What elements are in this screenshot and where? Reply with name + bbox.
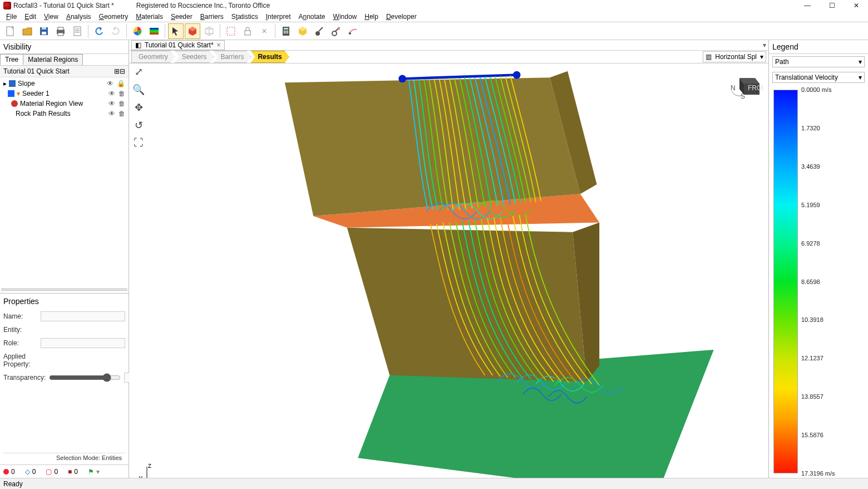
crumb-barriers[interactable]: Barriers xyxy=(213,51,251,63)
split-view-dropdown[interactable]: ▥ Horizontal Spl ▾ xyxy=(703,51,766,62)
tree-label: Slope xyxy=(18,80,35,87)
undo-button[interactable] xyxy=(91,23,107,39)
eye-icon[interactable]: 👁 xyxy=(108,90,115,97)
zoom-icon[interactable]: 🔍 xyxy=(132,84,145,96)
colormap-button[interactable] xyxy=(146,23,162,39)
delete-icon[interactable]: 🗑 xyxy=(119,90,125,97)
tool-a-button[interactable] xyxy=(312,23,327,39)
tree-root: Tutorial 01 Quick Start xyxy=(3,67,70,75)
lock-button[interactable] xyxy=(240,23,255,39)
close-button[interactable]: ✕ xyxy=(848,2,865,9)
crumb-geometry[interactable]: Geometry xyxy=(131,51,175,63)
tab-tree[interactable]: Tree xyxy=(0,54,23,65)
tree-item-seeder[interactable]: ▾ Seeder 1 👁🗑 xyxy=(0,89,129,99)
transparency-slider[interactable] xyxy=(49,373,121,382)
svg-rect-5 xyxy=(58,27,63,30)
open-file-button[interactable] xyxy=(19,23,35,39)
legend-quantity-dropdown[interactable]: Translational Velocity▾ xyxy=(772,72,865,83)
clear-button[interactable]: ✕ xyxy=(257,23,272,39)
pan-icon[interactable]: ✥ xyxy=(132,101,145,114)
svg-rect-13 xyxy=(227,27,235,35)
orientation-cube[interactable]: FRONT N S xyxy=(729,75,763,99)
tree-item-material-region-view[interactable]: Material Region View 👁🗑 xyxy=(0,99,129,109)
cube-yellow-button[interactable] xyxy=(295,23,310,39)
menu-interpret[interactable]: Interpret xyxy=(262,12,295,21)
tool-b-button[interactable] xyxy=(328,23,344,39)
counter-5: ⚑▾ xyxy=(88,468,100,476)
tab-dropdown-icon[interactable]: ▾ xyxy=(763,41,766,49)
prop-role-input[interactable] xyxy=(41,338,125,348)
save-button[interactable] xyxy=(36,23,52,39)
counter-1: 0 xyxy=(3,468,15,476)
svg-rect-22 xyxy=(287,32,288,33)
counter-4: ■0 xyxy=(68,468,78,476)
prop-role-label: Role: xyxy=(3,339,41,347)
panel-splitter[interactable] xyxy=(1,288,127,291)
swatch-icon xyxy=(9,80,16,87)
counter-3: ▢0 xyxy=(46,468,58,476)
rotate-icon[interactable]: ↺ xyxy=(132,119,145,131)
crumb-results[interactable]: Results xyxy=(250,51,289,63)
viewport-3d[interactable]: ⤢ 🔍 ✥ ↺ ⛶ xyxy=(129,63,768,489)
svg-rect-18 xyxy=(285,31,287,32)
minimize-button[interactable]: — xyxy=(799,2,816,9)
doc-tab-icon: ◧ xyxy=(135,41,141,49)
document-tab[interactable]: ◧ Tutorial 01 Quick Start* × xyxy=(131,40,225,50)
calculator-button[interactable] xyxy=(278,23,294,39)
collapse-all-icon[interactable]: ⊟ xyxy=(120,67,125,75)
svg-rect-7 xyxy=(74,27,81,36)
prop-name-input[interactable] xyxy=(41,311,125,321)
scene-svg xyxy=(129,63,768,489)
show-wire-button[interactable] xyxy=(201,23,217,39)
menu-materials[interactable]: Materials xyxy=(132,12,167,21)
menu-seeder[interactable]: Seeder xyxy=(167,12,196,21)
visibility-title: Visibility xyxy=(0,40,129,54)
new-file-button[interactable] xyxy=(3,23,18,39)
legend-category-dropdown[interactable]: Path▾ xyxy=(772,56,865,67)
report-button[interactable] xyxy=(70,23,85,39)
counter-bar: 0 ◇0 ▢0 ■0 ⚑▾ xyxy=(0,464,129,478)
menu-view[interactable]: View xyxy=(40,12,62,21)
show-solid-button[interactable] xyxy=(185,23,200,39)
tree-item-rock-path[interactable]: Rock Path Results 👁🗑 xyxy=(0,109,129,119)
fullscreen-icon[interactable]: ⛶ xyxy=(132,137,145,149)
tree-label: Rock Path Results xyxy=(16,110,71,118)
tree-label: Material Region View xyxy=(20,100,83,107)
delete-icon[interactable]: 🗑 xyxy=(119,110,125,118)
tree-item-slope[interactable]: ▸ Slope 👁🔒 xyxy=(0,79,129,89)
tab-material-regions[interactable]: Material Regions xyxy=(23,54,83,65)
menu-geometry[interactable]: Geometry xyxy=(95,12,132,21)
maximize-button[interactable]: ☐ xyxy=(823,2,840,9)
eye-icon[interactable]: 👁 xyxy=(107,80,114,87)
zoom-fit-icon[interactable]: ⤢ xyxy=(132,66,145,78)
close-tab-button[interactable]: × xyxy=(217,41,221,49)
menu-statistics[interactable]: Statistics xyxy=(228,12,262,21)
menu-window[interactable]: Window xyxy=(329,12,361,21)
select-button[interactable] xyxy=(168,23,184,39)
eye-icon[interactable]: 👁 xyxy=(108,110,115,118)
menu-edit[interactable]: Edit xyxy=(21,12,40,21)
legend-title: Legend xyxy=(769,40,868,54)
delete-icon[interactable]: 🗑 xyxy=(119,100,125,107)
lock-icon[interactable]: 🔒 xyxy=(117,80,125,87)
expand-all-icon[interactable]: ⊞ xyxy=(114,67,120,75)
menu-file[interactable]: File xyxy=(2,12,21,21)
menu-barriers[interactable]: Barriers xyxy=(196,12,228,21)
selection-mode-label: Selection Mode: Entities xyxy=(3,453,125,462)
menu-help[interactable]: Help xyxy=(361,12,382,21)
tree-label: Seeder 1 xyxy=(22,90,50,97)
prop-transparency-label: Transparency: xyxy=(3,374,46,382)
eye-icon[interactable]: 👁 xyxy=(108,100,115,107)
app-icon xyxy=(3,2,11,9)
crumb-seeders[interactable]: Seeders xyxy=(175,51,214,63)
tool-c-button[interactable] xyxy=(345,23,361,39)
bbox-button[interactable] xyxy=(223,23,239,39)
menu-analysis[interactable]: Analysis xyxy=(62,12,95,21)
redo-button[interactable] xyxy=(108,23,124,39)
expander-icon[interactable]: ▸ xyxy=(3,80,7,87)
print-button[interactable] xyxy=(53,23,68,39)
menu-annotate[interactable]: Annotate xyxy=(294,12,329,21)
materials-button[interactable] xyxy=(130,23,145,39)
menu-developer[interactable]: Developer xyxy=(382,12,421,21)
menu-bar: File Edit View Analysis Geometry Materia… xyxy=(0,11,868,22)
